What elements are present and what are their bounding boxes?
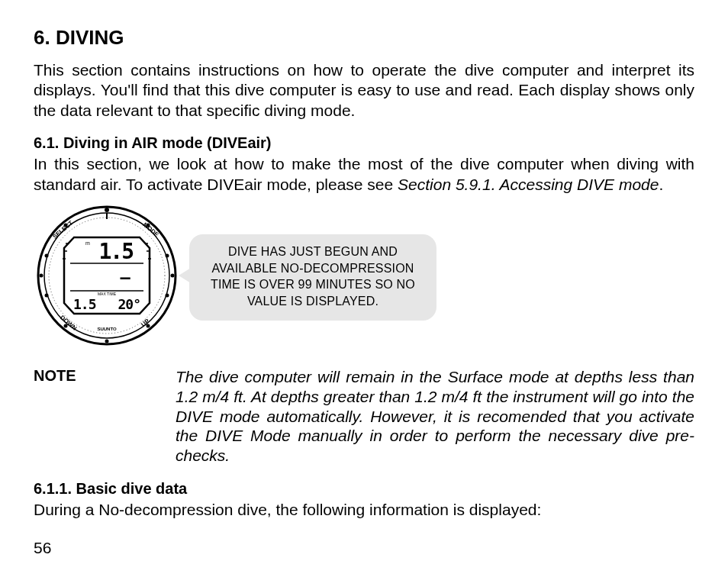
svg-rect-3 — [106, 213, 108, 219]
subsection-611-body: During a No-decompression dive, the foll… — [34, 499, 694, 520]
note-body: The dive computer will remain in the Sur… — [176, 367, 694, 465]
callout-tail — [179, 268, 191, 283]
callout-line-1: DIVE HAS JUST BEGUN AND — [206, 243, 420, 260]
subsection-61-title: 6.1. Diving in AIR mode (DIVEair) — [34, 134, 694, 152]
figure-row: SELECT MODE DOWN UP SUUNTO m 1.5 ― MAX T… — [34, 202, 694, 352]
svg-point-7 — [166, 294, 169, 298]
note-label: NOTE — [34, 367, 169, 465]
svg-text:1.5: 1.5 — [73, 296, 96, 312]
figure-callout: DIVE HAS JUST BEGUN AND AVAILABLE NO-DEC… — [189, 234, 436, 320]
svg-text:SUUNTO: SUUNTO — [97, 327, 117, 331]
callout-line-3: TIME IS OVER 99 MINUTES SO NO — [206, 276, 420, 293]
svg-text:20°: 20° — [118, 296, 140, 312]
svg-point-9 — [105, 340, 109, 343]
section-heading: 6. DIVING — [34, 26, 694, 50]
svg-point-6 — [171, 274, 175, 278]
svg-point-12 — [40, 274, 43, 278]
manual-page: 6. DIVING This section contains instruct… — [0, 0, 728, 577]
dive-computer-illustration: SELECT MODE DOWN UP SUUNTO m 1.5 ― MAX T… — [34, 202, 180, 352]
svg-point-5 — [166, 254, 169, 258]
section-intro: This section contains instructions on ho… — [34, 60, 694, 121]
svg-text:MAX     TIME: MAX TIME — [98, 292, 117, 296]
callout-line-2: AVAILABLE NO-DECOMPRESSION — [206, 260, 420, 277]
svg-point-11 — [45, 294, 49, 298]
subsection-611-title: 6.1.1. Basic dive data — [34, 480, 694, 498]
callout-line-4: VALUE IS DISPLAYED. — [206, 293, 420, 310]
note-block: NOTE The dive computer will remain in th… — [34, 367, 694, 465]
cross-reference: Section 5.9.1. Accessing DIVE mode — [398, 176, 659, 193]
svg-text:1.5: 1.5 — [98, 239, 133, 264]
svg-point-2 — [105, 208, 109, 212]
page-number: 56 — [34, 539, 694, 557]
svg-text:m: m — [85, 240, 90, 246]
subsection-61-body-b: . — [659, 176, 663, 193]
svg-point-13 — [45, 254, 49, 258]
subsection-61-body: In this section, we look at how to make … — [34, 153, 694, 195]
callout-text: DIVE HAS JUST BEGUN AND AVAILABLE NO-DEC… — [206, 243, 420, 309]
svg-text:―: ― — [120, 268, 130, 287]
